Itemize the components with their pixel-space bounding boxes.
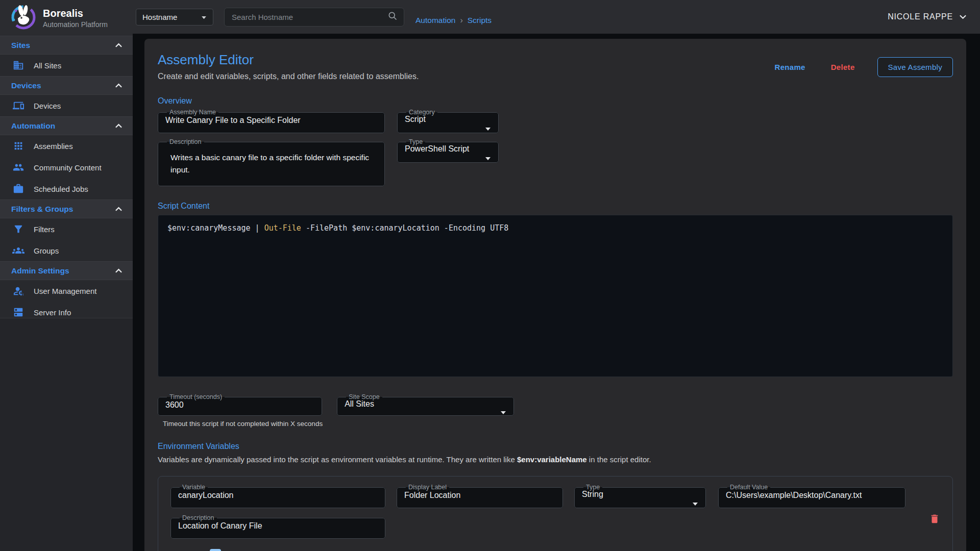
people-icon bbox=[12, 161, 24, 173]
sidebar-section-automation[interactable]: Automation bbox=[0, 116, 133, 135]
user-gear-icon bbox=[12, 285, 24, 297]
devices-icon bbox=[12, 99, 24, 112]
site-scope-select-field: Site Scope All Sites bbox=[337, 393, 514, 416]
sidebar-section-devices[interactable]: Devices bbox=[0, 76, 133, 95]
variable-input[interactable] bbox=[177, 491, 379, 504]
page-subtitle: Create and edit variables, scripts, and … bbox=[158, 72, 419, 81]
assembly-editor-card: Assembly Editor Create and edit variable… bbox=[144, 39, 966, 551]
borealis-rabbit-logo-icon bbox=[9, 3, 37, 33]
timeout-helper-text: Timeout this script if not completed wit… bbox=[163, 420, 323, 428]
env-desc-code: $env:variableName bbox=[517, 455, 587, 464]
filter-funnel-icon bbox=[12, 223, 24, 235]
sidebar-item-community-content[interactable]: Community Content bbox=[0, 157, 133, 178]
env-vars-heading: Environment Variables bbox=[158, 442, 953, 451]
var-type-select[interactable]: String bbox=[581, 490, 699, 503]
assembly-name-input[interactable] bbox=[164, 116, 378, 129]
chevron-up-icon bbox=[115, 205, 122, 214]
env-var-row-card: Variable Display Label Type String Defau… bbox=[158, 476, 953, 551]
topbar: Hostname Automation › Scripts NICOLE RAP… bbox=[133, 0, 980, 34]
description-textarea[interactable]: Writes a basic canary file to a specific… bbox=[164, 145, 378, 188]
search-icon[interactable] bbox=[387, 11, 398, 23]
env-desc-text: in the script editor. bbox=[587, 455, 651, 464]
chevron-up-icon bbox=[115, 41, 122, 50]
hostname-select[interactable]: Hostname bbox=[136, 9, 213, 26]
building-icon bbox=[12, 59, 24, 71]
trash-icon bbox=[929, 513, 940, 524]
caret-down-icon bbox=[500, 408, 506, 417]
nav-item-label: Devices bbox=[34, 102, 61, 110]
sidebar-item-assemblies[interactable]: Assemblies bbox=[0, 135, 133, 157]
search-input[interactable] bbox=[225, 13, 387, 21]
script-content-heading: Script Content bbox=[158, 202, 953, 211]
display-label-label: Display Label bbox=[406, 484, 449, 491]
env-vars-description: Variables are dynamically passed into th… bbox=[158, 455, 953, 464]
chevron-down-icon bbox=[959, 12, 967, 21]
hostname-select-value: Hostname bbox=[142, 13, 177, 21]
sidebar-section-admin-settings[interactable]: Admin Settings bbox=[0, 261, 133, 280]
site-scope-select[interactable]: All Sites bbox=[344, 399, 507, 413]
breadcrumb: Automation › Scripts bbox=[415, 9, 492, 25]
code-cmdlet-token: Out-File bbox=[264, 223, 301, 233]
brand: Borealis Automation Platform bbox=[0, 0, 133, 36]
description-label: Description bbox=[167, 138, 204, 145]
description-field: Description Writes a basic canary file t… bbox=[158, 138, 385, 186]
timeout-input[interactable] bbox=[164, 400, 315, 414]
category-select[interactable]: Script bbox=[404, 115, 492, 128]
overview-heading: Overview bbox=[158, 96, 953, 106]
sidebar-item-groups[interactable]: Groups bbox=[0, 240, 133, 261]
section-label: Admin Settings bbox=[11, 266, 69, 276]
breadcrumb-separator: › bbox=[460, 16, 462, 25]
var-type-select-field: Type String bbox=[574, 484, 706, 508]
groups-icon bbox=[12, 244, 24, 257]
breadcrumb-automation[interactable]: Automation bbox=[415, 16, 455, 25]
sidebar-item-scheduled-jobs[interactable]: Scheduled Jobs bbox=[0, 178, 133, 199]
brand-name: Borealis bbox=[43, 8, 108, 19]
nav-item-label: Filters bbox=[34, 225, 55, 234]
required-checkbox[interactable] bbox=[210, 549, 221, 551]
page-title: Assembly Editor bbox=[158, 52, 419, 68]
sidebar-section-sites[interactable]: Sites bbox=[0, 36, 133, 55]
env-desc-text: Variables are dynamically passed into th… bbox=[158, 455, 517, 464]
sidebar-item-all-sites[interactable]: All Sites bbox=[0, 55, 133, 76]
main-area: Assembly Editor Create and edit variable… bbox=[133, 34, 980, 551]
caret-down-icon bbox=[692, 499, 698, 508]
delete-button[interactable]: Delete bbox=[828, 62, 858, 72]
sidebar-section-filters-groups[interactable]: Filters & Groups bbox=[0, 199, 133, 218]
default-value-input[interactable] bbox=[725, 491, 899, 504]
rename-button[interactable]: Rename bbox=[772, 62, 808, 72]
display-label-input[interactable] bbox=[403, 491, 556, 504]
brand-subtitle: Automation Platform bbox=[43, 20, 108, 29]
code-text: $env:canaryMessage | bbox=[167, 223, 264, 233]
var-description-input[interactable] bbox=[177, 521, 379, 535]
nav-item-label: Groups bbox=[34, 246, 59, 255]
section-label: Devices bbox=[11, 81, 41, 90]
nav-item-label: User Management bbox=[34, 287, 96, 295]
display-label-field: Display Label bbox=[397, 484, 563, 508]
type-select[interactable]: PowerShell Script bbox=[404, 144, 492, 158]
sidebar-item-filters[interactable]: Filters bbox=[0, 218, 133, 240]
caret-down-icon bbox=[485, 124, 491, 133]
sidebar: Borealis Automation Platform Sites All S… bbox=[0, 0, 133, 551]
var-description-field: Description bbox=[170, 514, 385, 539]
code-text: -FilePath $env:canaryLocation -Encoding … bbox=[301, 223, 508, 233]
sidebar-empty-area bbox=[0, 318, 133, 551]
chevron-up-icon bbox=[115, 266, 122, 276]
script-code-editor[interactable]: $env:canaryMessage | Out-File -FilePath … bbox=[158, 215, 953, 377]
default-value-label: Default Value bbox=[727, 484, 770, 491]
breadcrumb-scripts[interactable]: Scripts bbox=[468, 16, 492, 25]
caret-down-icon bbox=[485, 154, 491, 163]
var-description-label: Description bbox=[180, 514, 217, 521]
sidebar-item-user-management[interactable]: User Management bbox=[0, 280, 133, 302]
delete-variable-button[interactable] bbox=[929, 513, 940, 526]
variable-label: Variable bbox=[180, 484, 208, 491]
hostname-search bbox=[224, 8, 404, 27]
save-assembly-button[interactable]: Save Assembly bbox=[877, 57, 953, 77]
timeout-label: Timeout (seconds) bbox=[167, 393, 225, 400]
sidebar-item-devices[interactable]: Devices bbox=[0, 95, 133, 116]
nav-item-label: Assemblies bbox=[34, 142, 73, 151]
assembly-name-field: Assembly Name bbox=[158, 109, 385, 133]
section-label: Filters & Groups bbox=[11, 205, 73, 214]
nav-item-label: Server Info bbox=[34, 308, 71, 317]
user-menu[interactable]: NICOLE RAPPE bbox=[888, 12, 967, 21]
apps-grid-icon bbox=[12, 140, 24, 152]
